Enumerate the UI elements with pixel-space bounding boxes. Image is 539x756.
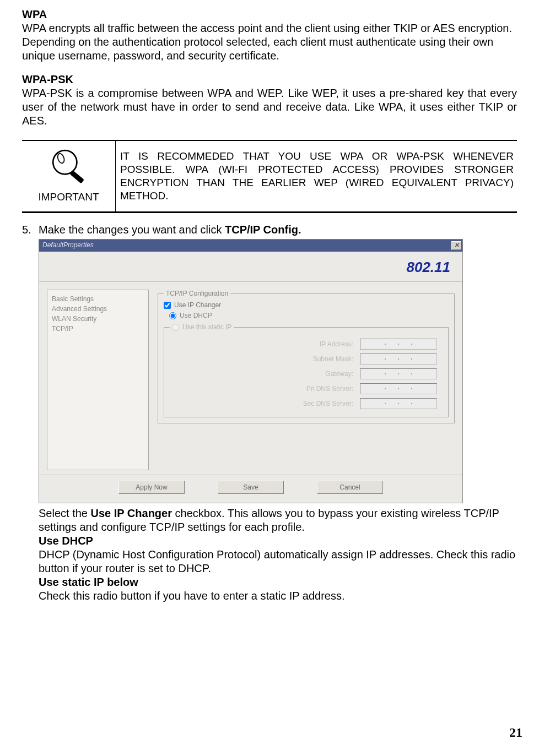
use-dhcp-label: Use DHCP xyxy=(180,312,212,320)
important-label: IMPORTANT xyxy=(38,191,99,204)
use-dhcp-heading: Use DHCP xyxy=(39,534,517,548)
use-dhcp-text: DHCP (Dynamic Host Configuration Protoco… xyxy=(39,548,517,575)
dialog-banner: 802.11 xyxy=(39,252,462,282)
apply-button[interactable]: Apply Now xyxy=(118,481,185,494)
followup-p1: Select the Use IP Changer checkbox. This… xyxy=(39,507,517,534)
dialog-titlebar: DefaultProperties ✕ xyxy=(39,240,462,252)
page-number: 21 xyxy=(22,724,522,741)
ip-address-input[interactable] xyxy=(360,339,437,350)
gateway-label: Gateway: xyxy=(325,370,353,378)
dialog-title: DefaultProperties xyxy=(42,241,94,249)
sec-dns-label: Sec DNS Server: xyxy=(303,400,353,408)
step-text-bold: TCP/IP Config. xyxy=(225,224,301,236)
heading-wpa-psk: WPA-PSK xyxy=(22,73,517,86)
important-callout: IMPORTANT IT IS RECOMMEDED THAT YOU USE … xyxy=(22,140,517,213)
use-static-radio[interactable] xyxy=(172,324,179,331)
static-ip-group: Use this static IP IP Address: Subnet Ma… xyxy=(164,323,449,417)
svg-point-1 xyxy=(56,153,65,164)
cancel-button[interactable]: Cancel xyxy=(317,481,383,494)
pri-dns-input[interactable] xyxy=(360,383,437,394)
subnet-mask-label: Subnet Mask: xyxy=(313,355,353,363)
banner-text: 802.11 xyxy=(406,259,450,275)
step-number: 5. xyxy=(22,223,39,603)
sidebar-item-basic[interactable]: Basic Settings xyxy=(52,295,144,303)
subnet-mask-input[interactable] xyxy=(360,353,437,365)
use-ip-changer-checkbox[interactable] xyxy=(164,302,171,309)
use-ip-changer-label: Use IP Changer xyxy=(174,301,221,309)
ip-address-label: IP Address: xyxy=(320,340,353,349)
svg-point-0 xyxy=(53,150,77,174)
sidebar-item-tcpip[interactable]: TCP/IP xyxy=(52,325,144,333)
step-text: Make the changes you want and click xyxy=(39,224,225,236)
pri-dns-label: Pri DNS Server: xyxy=(306,385,353,393)
sidebar-item-advanced[interactable]: Advanced Settings xyxy=(52,305,144,313)
paragraph-wpa-psk: WPA-PSK is a compromise between WPA and … xyxy=(22,86,517,128)
paragraph-wpa: WPA encrypts all traffic between the acc… xyxy=(22,21,517,63)
gateway-input[interactable] xyxy=(360,368,437,379)
important-text: IT IS RECOMMEDED THAT YOU USE WPA OR WPA… xyxy=(120,150,514,202)
sec-dns-input[interactable] xyxy=(360,398,437,409)
use-static-heading: Use static IP below xyxy=(39,575,517,589)
heading-wpa: WPA xyxy=(22,8,517,21)
close-button[interactable]: ✕ xyxy=(451,241,461,250)
sidebar-item-wlan[interactable]: WLAN Security xyxy=(52,315,144,323)
tcpip-group: TCP/IP Configuration Use IP Changer Use … xyxy=(158,290,455,423)
followup-p1b: Use IP Changer xyxy=(91,507,172,519)
sidebar-nav: Basic Settings Advanced Settings WLAN Se… xyxy=(47,290,149,470)
save-button[interactable]: Save xyxy=(218,481,284,494)
svg-rect-2 xyxy=(69,170,84,183)
use-static-text: Check this radio button if you have to e… xyxy=(39,589,517,603)
dialog-default-properties: DefaultProperties ✕ 802.11 Basic Setting… xyxy=(39,239,463,504)
followup-p1a: Select the xyxy=(39,507,91,519)
use-static-label: Use this static IP xyxy=(182,323,231,331)
magnifier-icon xyxy=(44,146,94,189)
close-icon: ✕ xyxy=(454,242,459,249)
use-dhcp-radio[interactable] xyxy=(169,312,176,319)
tcpip-group-label: TCP/IP Configuration xyxy=(164,290,230,298)
step-5: 5. Make the changes you want and click T… xyxy=(22,223,517,603)
